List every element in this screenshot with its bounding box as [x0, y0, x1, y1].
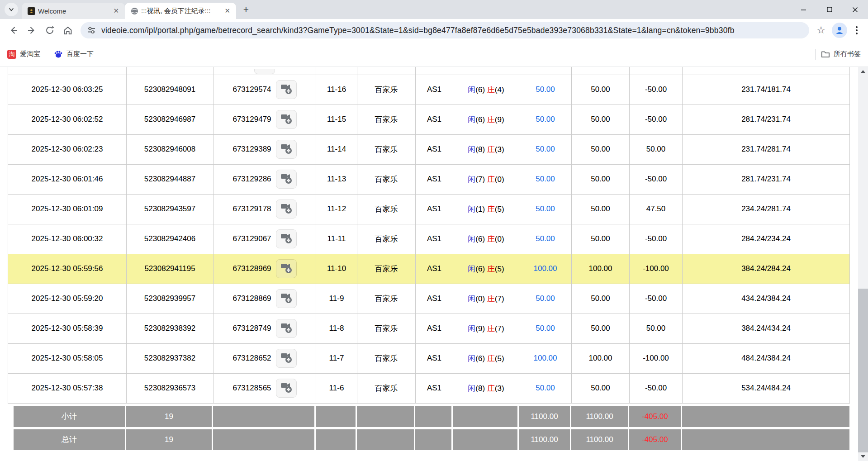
- site-info-icon[interactable]: [87, 26, 96, 35]
- reload-button[interactable]: [41, 21, 59, 39]
- tab-welcome[interactable]: Welcome ✕: [22, 3, 125, 19]
- player-label: 闲: [468, 235, 475, 243]
- video-replay-button[interactable]: [276, 200, 297, 219]
- video-replay-button[interactable]: [276, 379, 297, 398]
- bet-amount-link[interactable]: 50.00: [536, 85, 555, 94]
- tab-search-button[interactable]: [5, 3, 18, 16]
- cell-valid-amount: 50.00: [572, 75, 630, 105]
- banker-label: 庄: [487, 145, 495, 154]
- cell-round: 11-7: [316, 343, 357, 373]
- bet-amount-link[interactable]: 50.00: [536, 294, 555, 303]
- banker-points: (3): [495, 145, 504, 154]
- forward-button[interactable]: [23, 21, 41, 39]
- table-row[interactable]: 2025-12-30 05:59:20523082939957673128869…: [8, 284, 850, 314]
- home-button[interactable]: [59, 21, 77, 39]
- bet-amount-link[interactable]: 50.00: [536, 384, 555, 392]
- bet-amount-link[interactable]: 100.00: [534, 354, 557, 362]
- bookmark-aitaobao[interactable]: 淘 爱淘宝: [7, 50, 40, 59]
- chevron-down-icon: [8, 6, 14, 13]
- video-replay-button[interactable]: [276, 229, 297, 248]
- table-row[interactable]: 2025-12-30 06:01:09523082943597673129178…: [8, 194, 850, 224]
- profile-avatar[interactable]: [832, 23, 847, 38]
- video-icon: [280, 321, 293, 336]
- scrollbar-thumb[interactable]: [858, 289, 868, 452]
- player-label: 闲: [468, 145, 475, 154]
- video-replay-button[interactable]: [276, 80, 297, 99]
- video-replay-button[interactable]: [276, 259, 297, 278]
- video-replay-button[interactable]: [276, 140, 297, 159]
- bookmark-label: 爱淘宝: [20, 50, 40, 58]
- table-row[interactable]: 2025-12-30 06:03:25523082948091673129574…: [8, 75, 850, 105]
- scroll-up-button[interactable]: [858, 67, 868, 76]
- bookmarks-bar: 淘 爱淘宝 百度一下 所有书签: [0, 42, 868, 67]
- player-points: (0): [475, 295, 485, 303]
- bet-amount-link[interactable]: 50.00: [536, 115, 555, 124]
- table-row[interactable]: 2025-12-30 05:59:56523082941195673128969…: [8, 254, 850, 284]
- video-replay-button[interactable]: [276, 110, 297, 129]
- back-button[interactable]: [5, 21, 23, 39]
- cell-round-id: 673129286: [213, 164, 316, 194]
- footer-empty: [415, 406, 453, 427]
- video-replay-button[interactable]: [276, 349, 297, 368]
- tab-title: Welcome: [38, 7, 109, 15]
- table-row[interactable]: 2025-12-30 05:57:38523082936573673128565…: [8, 373, 850, 403]
- table-row[interactable]: 2025-12-30 06:02:52523082946987673129479…: [8, 105, 850, 134]
- new-tab-button[interactable]: +: [240, 3, 252, 16]
- cell-balance: 284.24/234.24: [683, 224, 850, 254]
- triangle-down-icon: [861, 455, 865, 458]
- url-input[interactable]: videoie.com/ipl/portal.php/game/betrecor…: [81, 22, 809, 38]
- bet-amount-link[interactable]: 50.00: [536, 204, 555, 213]
- table-row[interactable]: 2025-12-30 05:58:05523082937382673128652…: [8, 343, 850, 373]
- video-icon: [280, 172, 293, 187]
- bookmark-star-icon[interactable]: ☆: [813, 22, 829, 38]
- bet-record-table: 2025-12-30 06:03:25523082948091673129574…: [8, 67, 850, 404]
- footer-empty: [682, 406, 849, 427]
- tab-betrecord[interactable]: :::视讯, 会员下注纪录::: ✕: [125, 3, 236, 19]
- bookmarks-divider: [815, 49, 816, 60]
- tab-close-icon[interactable]: ✕: [112, 7, 120, 15]
- cell-winloss: -50.00: [630, 224, 683, 254]
- cell-balance: 231.74/281.74: [683, 134, 850, 164]
- bet-amount-link[interactable]: 50.00: [536, 234, 555, 243]
- banker-points: (9): [495, 115, 504, 124]
- round-id: 673128969: [232, 264, 271, 273]
- round-id: 673129286: [232, 175, 271, 184]
- cell-result: 闲(6) 庄(9): [453, 105, 519, 134]
- cell-bet-amount: 100.00: [519, 343, 572, 373]
- cell-valid-amount: 100.00: [572, 343, 630, 373]
- cell-time: 2025-12-30 05:57:38: [8, 373, 127, 403]
- video-replay-button[interactable]: [276, 289, 297, 308]
- minimize-button[interactable]: [791, 0, 816, 19]
- table-row[interactable]: 2025-12-30 05:58:39523082938392673128749…: [8, 314, 850, 343]
- video-icon: [280, 291, 293, 306]
- all-bookmarks-button[interactable]: 所有书签: [821, 50, 861, 59]
- video-replay-button[interactable]: [276, 319, 297, 338]
- banker-points: (0): [495, 175, 504, 184]
- bet-amount-link[interactable]: 50.00: [536, 324, 555, 333]
- scroll-down-button[interactable]: [858, 452, 868, 461]
- table-row[interactable]: 2025-12-30 06:00:32523082942406673129067…: [8, 224, 850, 254]
- banker-label: 庄: [487, 175, 495, 184]
- table-row[interactable]: 2025-12-30 06:02:23523082946008673129389…: [8, 134, 850, 164]
- bet-amount-link[interactable]: 50.00: [536, 145, 555, 153]
- bet-amount-link[interactable]: 100.00: [534, 264, 557, 273]
- table-row[interactable]: 2025-12-30 06:01:46523082944887673129286…: [8, 164, 850, 194]
- cell-balance: 534.24/484.24: [683, 373, 850, 403]
- bookmark-baidu[interactable]: 百度一下: [54, 50, 94, 59]
- cell-balance: 484.24/384.24: [683, 343, 850, 373]
- bet-amount-link[interactable]: 50.00: [536, 175, 555, 183]
- cell-round-id: 673128969: [213, 254, 316, 284]
- vertical-scrollbar[interactable]: [858, 67, 868, 461]
- browser-menu-button[interactable]: [850, 23, 863, 38]
- cell-table: AS1: [416, 254, 453, 284]
- video-icon[interactable]: [254, 69, 275, 74]
- maximize-button[interactable]: [816, 0, 842, 19]
- cell-bet-amount: 50.00: [519, 134, 572, 164]
- video-icon: [280, 261, 293, 276]
- total-row: 总计191100.001100.00-405.00: [14, 429, 849, 450]
- footer-label: 总计: [14, 429, 126, 450]
- video-replay-button[interactable]: [276, 170, 297, 189]
- tab-close-icon[interactable]: ✕: [223, 7, 232, 15]
- close-window-button[interactable]: [842, 0, 868, 19]
- banker-label: 庄: [487, 265, 495, 273]
